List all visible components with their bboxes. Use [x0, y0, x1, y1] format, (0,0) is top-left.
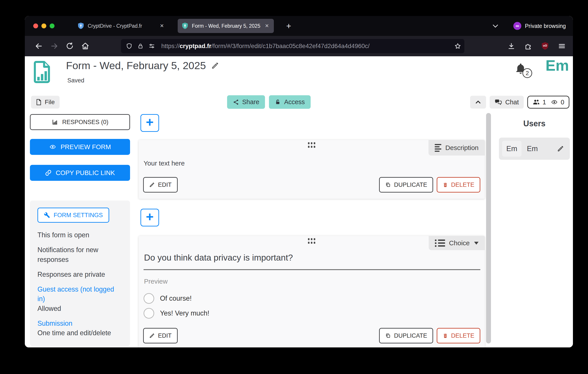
radio-button[interactable]: [144, 308, 154, 319]
form-settings-label: FORM SETTINGS: [54, 212, 103, 219]
block-actions: EDIT DUPLICATE: [143, 328, 480, 343]
delete-button[interactable]: DELETE: [437, 328, 480, 343]
duplicate-copy-icon: [385, 333, 391, 339]
url-domain: cryptpad.fr: [180, 42, 211, 49]
edit-button[interactable]: EDIT: [143, 177, 178, 193]
home-button[interactable]: [78, 39, 93, 53]
align-left-icon: [435, 144, 441, 152]
user-list-item: Em Em: [499, 138, 570, 160]
ublock-origin-icon[interactable]: uO: [541, 42, 549, 50]
svg-text:uO: uO: [543, 44, 547, 47]
extensions-puzzle-icon[interactable]: [524, 42, 532, 50]
duplicate-label: DUPLICATE: [394, 332, 427, 339]
editor-main-area: RESPONSES (0) PREVIEW FORM COPY PUBLIC L…: [25, 113, 573, 347]
radio-button[interactable]: [144, 293, 154, 304]
menu-hamburger-icon[interactable]: [558, 42, 566, 50]
share-access-group: Share Access: [227, 95, 311, 109]
file-document-icon: [36, 99, 42, 105]
guest-access-link[interactable]: Guest access (not logged in): [37, 284, 123, 304]
downloads-icon[interactable]: [507, 42, 515, 50]
content-scrollbar[interactable]: [486, 113, 491, 343]
chat-bubbles-icon: [494, 99, 502, 105]
app-header: Form - Wed, February 5, 2025 Saved 2 Em: [25, 56, 573, 95]
drag-handle-icon[interactable]: [308, 238, 315, 244]
browser-window: CryptDrive - CryptPad.fr ✕ Form - Wed, F…: [25, 16, 573, 347]
reload-button[interactable]: [62, 39, 78, 53]
file-menu-button[interactable]: File: [31, 96, 60, 109]
list-all-tabs-icon[interactable]: [492, 22, 499, 30]
block-type-label: Choice: [449, 239, 470, 247]
copy-public-link-button[interactable]: COPY PUBLIC LINK: [30, 165, 130, 181]
tab-form-active[interactable]: Form - Wed, February 5, 2025 ✕: [178, 19, 274, 33]
back-button[interactable]: [31, 39, 47, 53]
url-path: /form/#/3/form/edit/c1b7baac05c8e42ef47d…: [211, 42, 369, 49]
edit-label: EDIT: [158, 181, 172, 188]
add-block-button[interactable]: +: [140, 209, 159, 227]
private-browsing-icon: ∞: [513, 22, 521, 30]
duplicate-label: DUPLICATE: [394, 181, 427, 188]
duplicate-button[interactable]: DUPLICATE: [379, 328, 433, 343]
form-sidebar: RESPONSES (0) PREVIEW FORM COPY PUBLIC L…: [30, 113, 130, 347]
responses-button[interactable]: RESPONSES (0): [30, 114, 130, 130]
bookmark-star-icon[interactable]: [454, 42, 461, 50]
tracking-protection-shield-icon[interactable]: [126, 43, 133, 49]
close-window-button[interactable]: [33, 23, 38, 28]
choice-option[interactable]: Yes! Very much!: [144, 308, 209, 319]
delete-button[interactable]: DELETE: [437, 177, 480, 193]
block-type-label: Description: [445, 144, 479, 152]
form-blocks-column: + Description Your text here EDIT: [138, 113, 486, 347]
wrench-icon: [44, 212, 50, 218]
edit-button[interactable]: EDIT: [143, 328, 178, 343]
access-lock-icon: [275, 99, 281, 105]
zoom-window-button[interactable]: [50, 23, 54, 28]
file-menu-label: File: [45, 99, 55, 106]
rename-pencil-icon[interactable]: [211, 62, 219, 70]
share-label: Share: [242, 98, 259, 106]
editors-count: 1: [543, 99, 546, 106]
private-browsing-indicator: ∞ Private browsing: [513, 22, 566, 30]
add-block-button[interactable]: +: [140, 114, 159, 132]
forward-button[interactable]: [47, 39, 62, 53]
access-button[interactable]: Access: [269, 95, 310, 109]
choice-option[interactable]: Of course!: [144, 293, 192, 304]
minimize-window-button[interactable]: [42, 23, 46, 28]
tab-title: CryptDrive - CryptPad.fr: [88, 23, 156, 29]
block-type-description[interactable]: Description: [429, 140, 485, 156]
submission-link[interactable]: Submission: [37, 319, 123, 328]
collapse-toolbar-button[interactable]: [470, 96, 486, 109]
user-avatar[interactable]: Em: [546, 57, 569, 74]
share-button[interactable]: Share: [227, 95, 265, 109]
edit-pencil-icon: [149, 182, 155, 188]
new-tab-button[interactable]: +: [284, 22, 293, 30]
choice-block: Choice Do you think data privacy is impo…: [139, 236, 485, 347]
users-panel-title: Users: [499, 119, 570, 128]
chat-label: Chat: [505, 99, 519, 106]
viewers-count: 0: [561, 99, 564, 106]
private-browsing-label: Private browsing: [525, 23, 566, 29]
duplicate-button[interactable]: DUPLICATE: [379, 177, 433, 193]
block-actions: EDIT DUPLICATE: [143, 177, 480, 193]
connection-lock-icon[interactable]: [137, 43, 144, 49]
chat-button[interactable]: Chat: [490, 96, 524, 109]
preview-form-button[interactable]: PREVIEW FORM: [30, 139, 130, 155]
form-settings-button[interactable]: FORM SETTINGS: [37, 208, 109, 223]
edit-name-pencil-icon[interactable]: [557, 145, 564, 152]
participants-pill[interactable]: 1 0: [527, 96, 569, 109]
preview-section-label: Preview: [144, 278, 168, 285]
access-label: Access: [284, 98, 305, 106]
url-bar[interactable]: https://cryptpad.fr/form/#/3/form/edit/c…: [121, 39, 464, 53]
submission-value: One time and edit/delete: [37, 328, 123, 338]
drag-handle-icon[interactable]: [308, 142, 315, 148]
chevron-down-icon: [474, 242, 479, 245]
close-tab-icon[interactable]: ✕: [159, 23, 165, 29]
tab-bar: CryptDrive - CryptPad.fr ✕ Form - Wed, F…: [25, 16, 573, 36]
setting-form-open: This form is open: [37, 230, 123, 240]
trash-icon: [443, 182, 448, 188]
question-title-input[interactable]: Do you think data privacy is important?: [144, 253, 293, 262]
block-type-choice-dropdown[interactable]: Choice: [429, 236, 485, 250]
permissions-icon[interactable]: [148, 43, 155, 49]
tab-cryptdrive[interactable]: CryptDrive - CryptPad.fr ✕: [74, 19, 169, 33]
close-tab-icon[interactable]: ✕: [264, 23, 270, 29]
notification-count-badge: 2: [522, 68, 532, 78]
notifications-bell[interactable]: 2: [514, 62, 528, 75]
